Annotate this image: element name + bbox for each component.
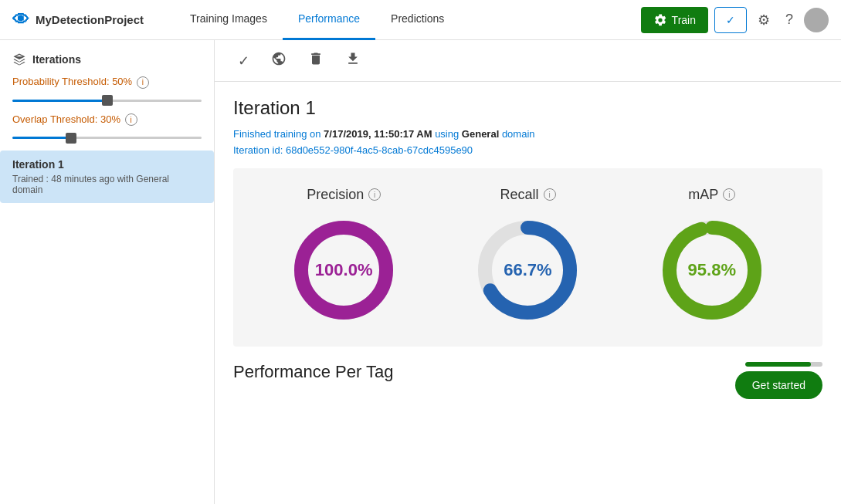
map-info-icon[interactable]: i [723,188,735,201]
globe-icon [271,51,287,66]
logo-icon: 👁 [12,10,29,30]
overlap-threshold-value: 30% [100,113,120,125]
training-date: 7/17/2019, 11:50:17 AM [324,128,432,140]
domain-name: General [462,128,499,140]
progress-bar [745,362,822,367]
check-button[interactable]: ✓ [714,7,747,33]
iteration-item-title: Iteration 1 [12,158,202,171]
sidebar: Iterations Probability Threshold: 50% i … [0,40,215,504]
recall-label: Recall i [500,187,555,203]
check-icon: ✓ [726,14,735,26]
download-button[interactable] [341,48,365,73]
gear-icon [653,13,667,27]
precision-donut-container: 100.0% [286,212,402,328]
delete-icon [308,51,324,66]
help-button[interactable]: ? [781,7,798,32]
recall-info-icon[interactable]: i [544,188,556,201]
probability-slider-container [12,92,202,104]
overlap-threshold-label: Overlap Threshold: 30% i [12,113,202,127]
performance-per-tag-section: Performance Per Tag Get started [215,347,841,405]
performance-per-tag-title: Performance Per Tag [233,362,393,382]
precision-value: 100.0% [315,260,373,280]
iteration-item-description: Trained : 48 minutes ago with General do… [12,174,202,195]
app-logo[interactable]: 👁 MyDetectionProject [12,10,144,30]
iteration-meta-line2: Iteration id: 68d0e552-980f-4ac5-8cab-67… [233,143,822,159]
content-area: ✓ Iteration 1 Finished training on 7/17/… [215,40,841,504]
main-layout: Iterations Probability Threshold: 50% i … [0,40,841,504]
app-title: MyDetectionProject [36,13,144,26]
publish-button[interactable] [266,48,291,73]
map-label: mAP i [688,187,735,203]
settings-icon: ⚙ [758,12,770,28]
tab-performance[interactable]: Performance [283,0,375,40]
iteration-id: 68d0e552-980f-4ac5-8cab-67cdc4595e90 [286,144,473,156]
recall-metric: Recall i 66.7% [470,187,585,328]
header: 👁 MyDetectionProject Training Images Per… [0,0,841,40]
sidebar-title: Iterations [0,52,214,76]
get-started-area: Get started [735,362,822,399]
tab-predictions[interactable]: Predictions [375,0,459,40]
header-actions: Train ✓ ⚙ ? [641,7,829,33]
iteration-header: Iteration 1 Finished training on 7/17/20… [215,82,841,168]
overlap-slider[interactable] [12,137,202,139]
main-nav: Training Images Performance Predictions [175,0,641,40]
precision-label: Precision i [307,187,381,203]
probability-threshold-label: Probability Threshold: 50% i [12,76,202,89]
probability-slider[interactable] [12,100,202,102]
metrics-row: Precision i 100.0% Recall [252,187,804,328]
download-icon [345,51,361,66]
threshold-section: Probability Threshold: 50% i Overlap Thr… [0,76,214,141]
overlap-info-icon[interactable]: i [125,113,137,126]
content-toolbar: ✓ [215,40,841,82]
probability-threshold-value: 50% [112,76,132,87]
iteration-meta: Finished training on 7/17/2019, 11:50:17… [233,127,822,159]
map-donut-container: 95.8% [654,212,770,328]
map-metric: mAP i 95.8% [654,187,770,328]
tab-training-images[interactable]: Training Images [175,0,283,40]
help-icon: ? [785,12,793,27]
probability-info-icon[interactable]: i [137,76,149,89]
map-value: 95.8% [688,260,736,280]
get-started-button[interactable]: Get started [735,371,822,399]
settings-button[interactable]: ⚙ [753,7,775,33]
precision-info-icon[interactable]: i [368,188,381,201]
overlap-slider-container [12,129,202,141]
recall-value: 66.7% [504,260,551,280]
iteration-title: Iteration 1 [233,97,822,119]
metrics-section: Precision i 100.0% Recall [233,168,822,347]
iteration-list-item[interactable]: Iteration 1 Trained : 48 minutes ago wit… [0,151,214,203]
avatar[interactable] [804,8,829,32]
check-toolbar-icon: ✓ [238,53,249,69]
recall-donut-container: 66.7% [470,212,585,328]
iteration-meta-line1: Finished training on 7/17/2019, 11:50:17… [233,127,822,143]
train-button[interactable]: Train [641,7,708,33]
progress-bar-fill [745,362,811,367]
precision-metric: Precision i 100.0% [286,187,402,328]
delete-button[interactable] [304,48,328,73]
layers-icon [12,52,26,66]
set-default-button[interactable]: ✓ [233,49,254,73]
train-label: Train [672,14,696,26]
